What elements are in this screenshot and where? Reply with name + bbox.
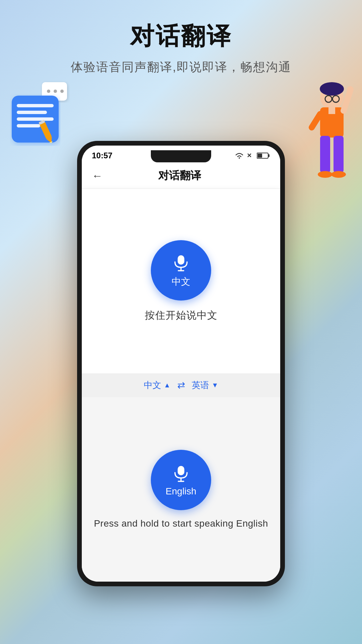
- phone-frame: 10:57 ✕: [77, 141, 285, 586]
- svg-text:✕: ✕: [247, 152, 252, 159]
- svg-rect-6: [17, 104, 54, 107]
- status-bar: 10:57 ✕: [82, 146, 280, 163]
- lang-divider: 中文 ▲ ⇄ 英语 ▼: [82, 373, 280, 397]
- svg-rect-32: [178, 255, 184, 265]
- svg-line-21: [344, 91, 350, 111]
- swap-languages-button[interactable]: ⇄: [177, 380, 185, 391]
- svg-point-15: [320, 82, 344, 96]
- signal-x-icon: ✕: [247, 152, 254, 159]
- nav-title: 对话翻译: [103, 168, 257, 183]
- top-panel-chinese: 中文 按住开始说中文: [82, 189, 280, 373]
- left-lang-label: 中文: [144, 379, 161, 391]
- right-lang-arrow: ▼: [212, 381, 219, 389]
- svg-rect-35: [178, 466, 184, 475]
- left-lang-arrow: ▲: [164, 381, 171, 389]
- svg-point-3: [60, 90, 64, 93]
- deco-list-card: [10, 94, 60, 147]
- svg-point-26: [318, 171, 333, 178]
- character-illustration: [288, 77, 355, 184]
- bottom-panel-english: English Press and hold to start speaking…: [82, 397, 280, 582]
- top-section: 对话翻译 体验语音同声翻译,即说即译，畅想沟通: [0, 20, 362, 75]
- svg-rect-9: [17, 124, 40, 127]
- chinese-press-hint: 按住开始说中文: [145, 309, 218, 322]
- back-button[interactable]: ←: [92, 170, 103, 182]
- english-mic-lang: English: [166, 486, 196, 497]
- svg-point-2: [54, 90, 57, 93]
- battery-icon: [257, 152, 270, 159]
- svg-point-25: [347, 86, 354, 93]
- svg-point-1: [47, 90, 50, 93]
- deco-icons-container: [10, 80, 70, 148]
- phone-screen: 10:57 ✕: [82, 146, 280, 582]
- english-mic-button[interactable]: English: [151, 450, 211, 510]
- svg-rect-20: [328, 107, 335, 114]
- wifi-icon: [235, 152, 244, 159]
- status-icons: ✕: [235, 152, 270, 159]
- right-lang-label: 英语: [192, 379, 209, 391]
- lang-right[interactable]: 英语 ▼: [192, 379, 219, 391]
- main-title: 对话翻译: [0, 20, 362, 52]
- chinese-mic-button[interactable]: 中文: [151, 240, 211, 301]
- mic-icon-chinese: [171, 253, 191, 273]
- nav-bar: ← 对话翻译: [82, 163, 280, 189]
- mic-icon-english: [171, 463, 191, 483]
- status-time: 10:57: [92, 151, 112, 160]
- chinese-mic-lang: 中文: [172, 275, 190, 288]
- svg-rect-30: [257, 154, 262, 158]
- svg-rect-24: [334, 136, 344, 173]
- svg-line-22: [312, 114, 320, 127]
- svg-rect-8: [17, 117, 54, 121]
- sub-title: 体验语音同声翻译,即说即译，畅想沟通: [0, 59, 362, 75]
- svg-rect-31: [268, 154, 269, 157]
- phone-wrapper: 10:57 ✕: [77, 141, 285, 586]
- english-press-hint: Press and hold to start speaking English: [94, 518, 268, 529]
- svg-rect-23: [320, 136, 330, 173]
- lang-left[interactable]: 中文 ▲: [144, 379, 171, 391]
- svg-rect-7: [17, 111, 47, 114]
- svg-point-27: [331, 171, 346, 178]
- notch: [151, 150, 211, 162]
